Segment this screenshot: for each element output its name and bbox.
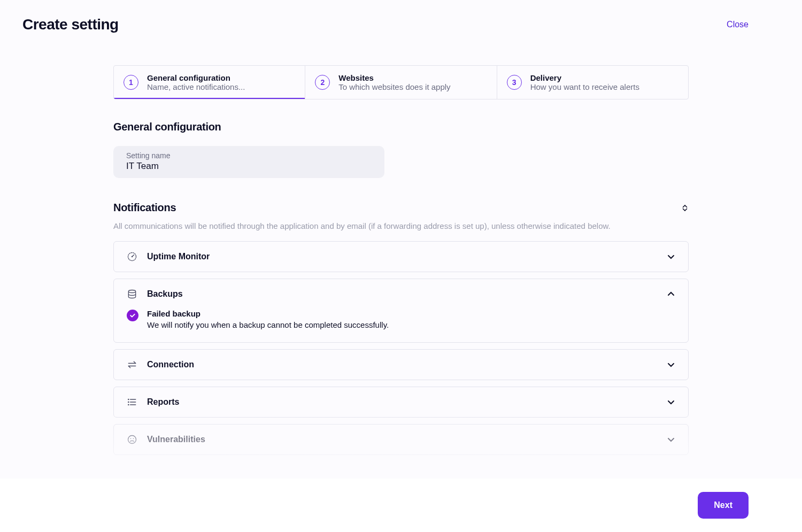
accordion-header[interactable]: Uptime Monitor (114, 242, 688, 272)
next-button[interactable]: Next (698, 492, 749, 519)
svg-point-3 (128, 399, 129, 399)
step-general-configuration[interactable]: 1 General configuration Name, active not… (114, 66, 305, 99)
chevron-down-icon (667, 360, 675, 369)
notification-item-title: Failed backup (147, 309, 389, 318)
step-number: 2 (315, 75, 330, 90)
step-title: General configuration (147, 73, 245, 82)
database-icon (127, 289, 137, 299)
accordion-header[interactable]: Connection (114, 350, 688, 380)
notification-item-desc: We will notify you when a backup cannot … (147, 320, 389, 329)
step-subtitle: To which websites does it apply (338, 82, 450, 91)
step-title: Delivery (530, 73, 639, 82)
accordion-reports: Reports (113, 387, 689, 418)
accordion-title: Backups (147, 289, 657, 299)
chevron-down-icon (667, 398, 675, 406)
accordion-uptime-monitor: Uptime Monitor (113, 241, 689, 272)
step-subtitle: How you want to receive alerts (530, 82, 639, 91)
shield-icon (127, 434, 137, 445)
setting-name-field[interactable]: Setting name (113, 146, 384, 178)
close-button[interactable]: Close (727, 20, 749, 29)
list-icon (127, 397, 137, 407)
svg-point-7 (128, 404, 129, 405)
step-number: 3 (507, 75, 522, 90)
arrows-icon (127, 359, 137, 370)
notifications-heading: Notifications (113, 202, 176, 214)
chevron-up-icon (667, 290, 675, 298)
svg-point-5 (128, 402, 129, 402)
step-number: 1 (124, 75, 138, 90)
footer: Next (0, 479, 802, 532)
accordion-title: Connection (147, 360, 657, 369)
accordion-backups: Backups Failed backup We will notify you… (113, 279, 689, 343)
accordion-title: Reports (147, 397, 657, 407)
chevron-down-icon (667, 435, 675, 444)
svg-point-2 (128, 290, 135, 293)
gauge-icon (127, 251, 137, 262)
step-subtitle: Name, active notifications... (147, 82, 245, 91)
svg-point-11 (133, 438, 134, 440)
page-title: Create setting (22, 16, 119, 33)
accordion-title: Uptime Monitor (147, 252, 657, 261)
stepper: 1 General configuration Name, active not… (113, 65, 689, 99)
sort-toggle-icon[interactable] (681, 203, 689, 213)
step-websites[interactable]: 2 Websites To which websites does it app… (305, 66, 497, 99)
setting-name-input[interactable] (126, 161, 372, 172)
svg-point-10 (130, 438, 132, 440)
chevron-down-icon (667, 252, 675, 261)
accordion-body: Failed backup We will notify you when a … (114, 309, 688, 342)
accordion-header[interactable]: Vulnerabilities (114, 425, 688, 454)
accordion-connection: Connection (113, 349, 689, 380)
accordion-header[interactable]: Backups (114, 279, 688, 309)
notifications-description: All communications will be notified thro… (113, 221, 689, 230)
step-title: Websites (338, 73, 450, 82)
accordion-header[interactable]: Reports (114, 387, 688, 417)
general-heading: General configuration (113, 121, 689, 133)
svg-point-9 (128, 436, 136, 444)
failed-backup-checkbox[interactable] (127, 310, 138, 321)
accordion-title: Vulnerabilities (147, 435, 657, 444)
accordion-vulnerabilities: Vulnerabilities (113, 424, 689, 455)
step-delivery[interactable]: 3 Delivery How you want to receive alert… (497, 66, 688, 99)
svg-point-1 (132, 256, 133, 258)
input-label: Setting name (126, 151, 372, 160)
